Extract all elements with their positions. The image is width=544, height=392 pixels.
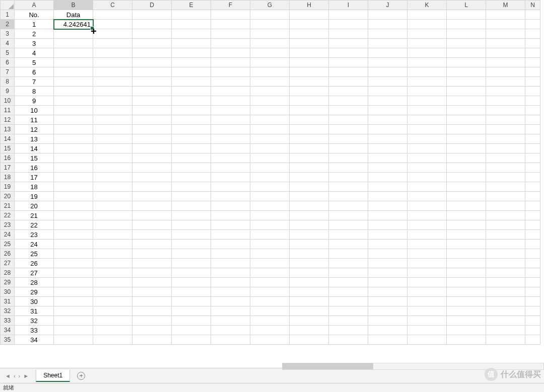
cell-L13[interactable] [447,125,486,134]
cell-F29[interactable] [211,278,250,287]
cell-C24[interactable] [93,230,132,240]
cell-K26[interactable] [407,249,447,259]
cell-L15[interactable] [447,144,486,153]
cell-B11[interactable] [54,106,93,115]
cell-G34[interactable] [250,326,290,335]
cell-N10[interactable] [525,96,540,106]
column-header-B[interactable]: B [54,1,93,10]
cell-A34[interactable]: 33 [15,326,54,335]
cell-K6[interactable] [407,58,447,67]
cell-L25[interactable] [447,240,486,249]
cell-D13[interactable] [132,125,172,134]
cell-F4[interactable] [211,39,250,48]
cell-I13[interactable] [329,125,368,134]
cell-N21[interactable] [525,201,540,211]
cell-C30[interactable] [93,287,132,297]
cell-D21[interactable] [132,201,172,211]
cell-B7[interactable] [54,67,93,77]
cell-D3[interactable] [132,29,172,39]
cell-A7[interactable]: 6 [15,67,54,77]
cell-A29[interactable]: 28 [15,278,54,287]
cell-C14[interactable] [93,134,132,144]
cell-A8[interactable]: 7 [15,77,54,87]
cell-K9[interactable] [407,87,447,96]
cell-J35[interactable] [368,335,407,345]
cell-L3[interactable] [447,29,486,39]
cell-G26[interactable] [250,249,290,259]
cell-C11[interactable] [93,106,132,115]
cell-D35[interactable] [132,335,172,345]
cell-E24[interactable] [172,230,211,240]
cell-I2[interactable] [329,20,368,29]
cell-N22[interactable] [525,211,540,220]
cell-I4[interactable] [329,39,368,48]
cell-J24[interactable] [368,230,407,240]
cell-A13[interactable]: 12 [15,125,54,134]
cell-F15[interactable] [211,144,250,153]
cell-A14[interactable]: 13 [15,134,54,144]
cell-A5[interactable]: 4 [15,48,54,58]
cell-H23[interactable] [290,220,329,230]
cell-E27[interactable] [172,259,211,268]
cell-F20[interactable] [211,192,250,201]
cell-D10[interactable] [132,96,172,106]
cell-C13[interactable] [93,125,132,134]
row-header-3[interactable]: 3 [1,29,15,39]
cell-I23[interactable] [329,220,368,230]
cell-C2[interactable] [93,20,132,29]
cell-E13[interactable] [172,125,211,134]
cell-A15[interactable]: 14 [15,144,54,153]
cell-C25[interactable] [93,240,132,249]
cell-H22[interactable] [290,211,329,220]
cell-J15[interactable] [368,144,407,153]
cell-D34[interactable] [132,326,172,335]
cell-N8[interactable] [525,77,540,87]
cell-I17[interactable] [329,163,368,173]
cell-C18[interactable] [93,173,132,182]
cell-A9[interactable]: 8 [15,87,54,96]
cell-M21[interactable] [486,201,525,211]
tab-nav-first-icon[interactable]: ◄ [4,373,12,379]
cell-L17[interactable] [447,163,486,173]
row-header-4[interactable]: 4 [1,39,15,48]
cell-L5[interactable] [447,48,486,58]
column-header-C[interactable]: C [93,1,132,10]
cell-C35[interactable] [93,335,132,345]
cell-M16[interactable] [486,153,525,163]
row-header-24[interactable]: 24 [1,230,15,240]
cell-H20[interactable] [290,192,329,201]
cell-F24[interactable] [211,230,250,240]
cell-C20[interactable] [93,192,132,201]
cell-F21[interactable] [211,201,250,211]
cell-L22[interactable] [447,211,486,220]
cell-G16[interactable] [250,153,290,163]
cell-A17[interactable]: 16 [15,163,54,173]
cell-N28[interactable] [525,268,540,278]
cell-G32[interactable] [250,306,290,316]
cell-I28[interactable] [329,268,368,278]
cell-K17[interactable] [407,163,447,173]
cell-F11[interactable] [211,106,250,115]
cell-I18[interactable] [329,173,368,182]
cell-L23[interactable] [447,220,486,230]
cell-J29[interactable] [368,278,407,287]
cell-E14[interactable] [172,134,211,144]
cell-B16[interactable] [54,153,93,163]
cell-G2[interactable] [250,20,290,29]
cell-J6[interactable] [368,58,407,67]
tab-nav-next-icon[interactable]: › [18,373,22,379]
cell-J20[interactable] [368,192,407,201]
cell-M13[interactable] [486,125,525,134]
cell-K27[interactable] [407,259,447,268]
cell-H30[interactable] [290,287,329,297]
row-header-1[interactable]: 1 [1,10,15,20]
cell-J22[interactable] [368,211,407,220]
cell-D30[interactable] [132,287,172,297]
row-header-23[interactable]: 23 [1,220,15,230]
cell-F34[interactable] [211,326,250,335]
cell-H24[interactable] [290,230,329,240]
cell-J23[interactable] [368,220,407,230]
cell-C10[interactable] [93,96,132,106]
cell-M14[interactable] [486,134,525,144]
cell-B12[interactable] [54,115,93,125]
